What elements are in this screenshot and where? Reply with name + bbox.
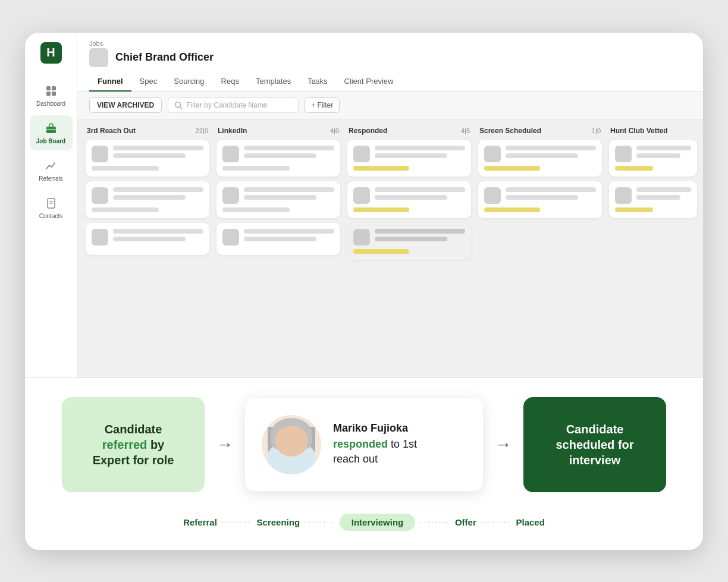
pipeline-dots-3: ········ [420, 518, 450, 526]
svg-rect-2 [46, 92, 51, 96]
sidebar-item-jobboard[interactable]: Job Board [30, 115, 73, 150]
kanban-col-3rd-reach-out: 3rd Reach Out 22|0 [82, 127, 213, 370]
breadcrumb: Jobs [89, 40, 691, 47]
job-thumbnail [89, 48, 108, 67]
svg-line-10 [180, 106, 183, 109]
candidate-action: responded to 1streach out [333, 437, 466, 467]
face [275, 426, 308, 457]
tab-reqs[interactable]: Reqs [213, 72, 247, 92]
header: Jobs Chief Brand Officer Funnel Spec Sou… [77, 33, 703, 92]
book-icon [44, 196, 58, 210]
col-header-5: Hunt Club Vetted [609, 127, 697, 135]
kanban-col-screen-scheduled: Screen Scheduled 1|0 [475, 127, 605, 370]
col-title-2: LinkedIn [218, 127, 247, 135]
sidebar-referrals-label: Referrals [39, 175, 63, 182]
nav-tabs: Funnel Spec Sourcing Reqs Templates Task… [89, 72, 691, 91]
flow-card-candidate: Mariko Fujioka responded to 1streach out [245, 398, 483, 491]
sidebar-contacts-label: Contacts [39, 213, 62, 219]
kanban-card[interactable] [609, 181, 697, 218]
flow-row: Candidate referred by Expert for role → [49, 397, 679, 492]
col-count-3: 4|5 [461, 127, 470, 134]
kanban-card[interactable] [86, 181, 209, 218]
sidebar: H Dashboard [25, 33, 77, 377]
arrow-icon-2: → [495, 435, 512, 454]
kanban-col-responded: Responded 4|5 [344, 127, 475, 370]
kanban-card[interactable] [478, 181, 602, 218]
kanban-card[interactable] [86, 223, 209, 255]
kanban-card[interactable] [86, 140, 209, 177]
view-archived-button[interactable]: VIEW ARCHIVED [89, 97, 162, 113]
col-header-4: Screen Scheduled 1|0 [478, 127, 602, 135]
col-title-5: Hunt Club Vetted [610, 127, 668, 135]
pipeline-dots-2: ········ [305, 518, 335, 526]
flow-box-referred-text: Candidate referred by Expert for role [93, 421, 174, 468]
kanban-card[interactable] [216, 181, 340, 218]
sidebar-item-dashboard[interactable]: Dashboard [30, 78, 73, 113]
toolbar: VIEW ARCHIVED Filter by Candidate Name +… [77, 92, 703, 119]
col-title-1: 3rd Reach Out [87, 127, 136, 135]
kanban-card[interactable] [478, 140, 602, 177]
pipeline-step-offer: Offer [455, 517, 476, 527]
col-count-4: 1|0 [592, 127, 601, 134]
pipeline-dots-4: ········ [481, 518, 512, 526]
candidate-text: Mariko Fujioka responded to 1streach out [333, 422, 466, 467]
candidate-avatar [262, 415, 321, 474]
kanban-card[interactable] [216, 223, 340, 255]
kanban-card[interactable] [216, 140, 340, 177]
svg-rect-3 [52, 92, 56, 96]
kanban-card[interactable] [347, 181, 471, 218]
kanban-card[interactable] [347, 140, 471, 177]
col-header-1: 3rd Reach Out 22|0 [86, 127, 209, 135]
kanban-card[interactable] [347, 223, 471, 260]
col-header-3: Responded 4|5 [347, 127, 471, 135]
col-header-2: LinkedIn 4|0 [216, 127, 340, 135]
svg-rect-0 [46, 86, 51, 90]
tab-tasks[interactable]: Tasks [299, 72, 335, 92]
main-card: H Dashboard [25, 33, 703, 550]
pipeline-step-screening: Screening [257, 517, 300, 527]
app-area: H Dashboard [25, 33, 703, 377]
col-title-3: Responded [349, 127, 387, 135]
sidebar-dashboard-label: Dashboard [36, 100, 65, 107]
tab-templates[interactable]: Templates [247, 72, 299, 92]
pipeline-dots-1: ········ [222, 518, 252, 526]
col-count-1: 22|0 [196, 127, 208, 134]
tab-spec[interactable]: Spec [131, 72, 166, 92]
kanban-board: 3rd Reach Out 22|0 [77, 119, 703, 377]
overlay-section: Candidate referred by Expert for role → [25, 377, 703, 550]
kanban-col-linkedin: LinkedIn 4|0 [213, 127, 344, 370]
svg-rect-1 [52, 86, 56, 90]
chart-icon [44, 159, 58, 173]
search-icon [174, 101, 183, 109]
col-title-4: Screen Scheduled [479, 127, 541, 135]
sidebar-jobboard-label: Job Board [36, 138, 65, 144]
pipeline-step-placed: Placed [516, 517, 544, 527]
tab-funnel[interactable]: Funnel [89, 72, 131, 92]
app-logo: H [40, 42, 62, 64]
kanban-card[interactable] [609, 140, 697, 177]
search-placeholder: Filter by Candidate Name [186, 101, 267, 109]
briefcase-icon [44, 121, 58, 136]
candidate-name: Mariko Fujioka [333, 422, 466, 435]
filter-button[interactable]: + Filter [305, 97, 340, 113]
sidebar-item-contacts[interactable]: Contacts [30, 190, 73, 225]
arrow-icon-1: → [216, 435, 233, 454]
tab-client-preview[interactable]: Client Preview [335, 72, 401, 92]
flow-box-referred: Candidate referred by Expert for role [62, 397, 205, 492]
main-content: Jobs Chief Brand Officer Funnel Spec Sou… [77, 33, 703, 377]
title-row: Chief Brand Officer [89, 48, 691, 67]
page-title: Chief Brand Officer [115, 51, 214, 64]
col-count-2: 4|0 [330, 127, 339, 134]
pipeline-step-referral: Referral [183, 517, 217, 527]
pipeline-bar: Referral ········ Screening ········ Int… [49, 509, 679, 533]
tab-sourcing[interactable]: Sourcing [165, 72, 212, 92]
search-box[interactable]: Filter by Candidate Name [168, 97, 299, 113]
flow-box-interview-text: Candidate scheduled for interview [538, 421, 652, 468]
flow-box-interview: Candidate scheduled for interview [523, 397, 666, 492]
grid-icon [44, 84, 58, 98]
sidebar-item-referrals[interactable]: Referrals [30, 153, 73, 188]
kanban-col-hunt-club-vetted: Hunt Club Vetted [605, 127, 701, 370]
pipeline-step-interviewing: Interviewing [340, 514, 416, 531]
